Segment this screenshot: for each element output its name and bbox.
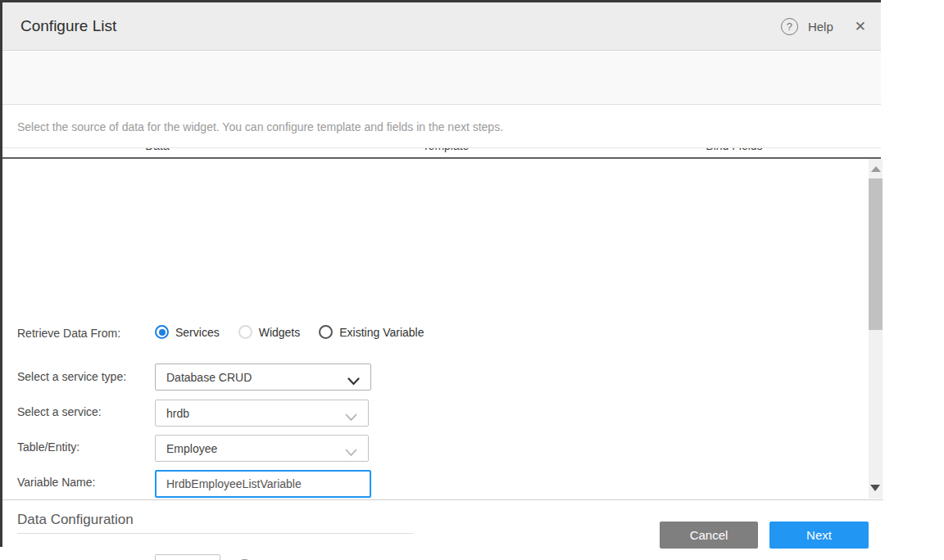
cancel-button[interactable]: Cancel xyxy=(660,522,758,549)
radio-widgets-label: Widgets xyxy=(259,326,301,339)
footer-divider xyxy=(2,499,883,500)
service-value: hrdb xyxy=(166,407,189,420)
radio-unselected-icon[interactable] xyxy=(319,325,333,339)
radio-widgets[interactable]: Widgets xyxy=(238,325,301,339)
table-entity-value: Employee xyxy=(166,442,217,455)
table-entity-dropdown[interactable]: Employee xyxy=(155,435,369,462)
service-dropdown[interactable]: hrdb xyxy=(155,400,369,427)
radio-existing-variable[interactable]: Existing Variable xyxy=(319,325,424,339)
scroll-up-arrow-icon[interactable] xyxy=(871,166,881,172)
radio-services-label: Services xyxy=(175,326,220,339)
scrollbar-thumb[interactable] xyxy=(869,178,883,330)
help-link[interactable]: Help xyxy=(808,20,833,34)
help-icon[interactable]: ? xyxy=(781,18,798,35)
radio-existing-variable-label: Existing Variable xyxy=(339,326,424,339)
table-entity-label: Table/Entity: xyxy=(17,440,79,454)
radio-unselected-icon[interactable] xyxy=(238,325,252,339)
service-type-label: Select a service type: xyxy=(17,370,126,383)
vertical-scrollbar[interactable] xyxy=(869,159,883,499)
chevron-down-icon xyxy=(345,410,357,425)
section-divider xyxy=(17,533,413,534)
close-icon[interactable]: ✕ xyxy=(855,18,866,35)
next-button[interactable]: Next xyxy=(769,522,869,549)
data-configuration-heading: Data Configuration xyxy=(17,512,134,528)
radio-selected-icon[interactable] xyxy=(155,325,169,339)
service-type-dropdown[interactable]: Database CRUD xyxy=(155,364,371,391)
retrieve-data-label: Retrieve Data From: xyxy=(17,327,120,340)
retrieve-data-radio-group: Services Widgets Existing Variable xyxy=(155,325,443,339)
scroll-down-arrow-icon[interactable] xyxy=(870,485,880,491)
radio-services[interactable]: Services xyxy=(155,325,220,339)
service-type-value: Database CRUD xyxy=(166,371,252,384)
dialog-header: Configure List ? Help ✕ xyxy=(2,2,881,51)
variable-name-input[interactable] xyxy=(155,470,371,498)
chevron-down-icon xyxy=(345,445,357,460)
form-panel: Retrieve Data From: Services Widgets Exi… xyxy=(2,159,869,499)
header-actions: ? Help ✕ xyxy=(781,2,866,50)
description-text: Select the source of data for the widget… xyxy=(17,120,503,133)
page-title: Configure List xyxy=(20,17,116,35)
chevron-down-icon xyxy=(347,374,360,389)
variable-name-label: Variable Name: xyxy=(17,476,95,489)
records-per-request-input[interactable] xyxy=(155,554,220,560)
configure-list-dialog: Configure List ? Help ✕ 1 Data 2 Templat… xyxy=(0,0,881,547)
wizard-stepper: 1 Data 2 Template 3 Bind Fields xyxy=(2,52,881,105)
service-label: Select a service: xyxy=(17,405,102,418)
description-bar: Select the source of data for the widget… xyxy=(2,106,881,148)
